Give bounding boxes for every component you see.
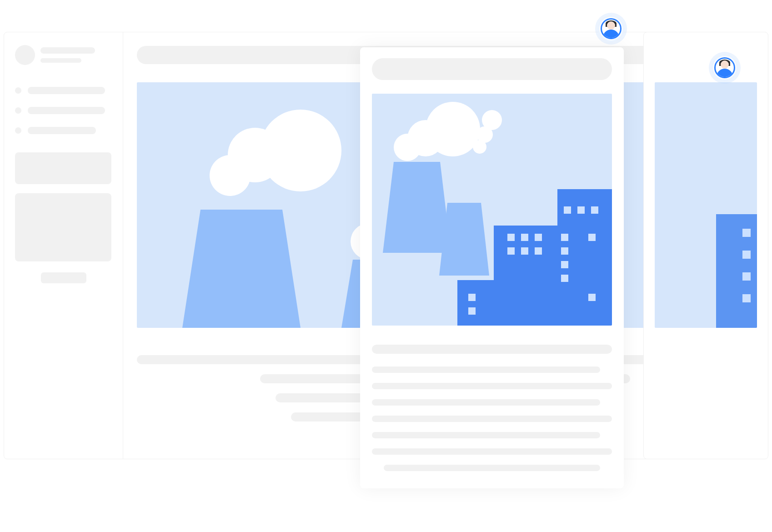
nav-item[interactable] [15,87,112,94]
sidebar-block [15,152,111,184]
collaborator-avatar[interactable] [712,55,738,81]
skeleton-line [40,58,81,63]
nav-item[interactable] [15,107,112,114]
cooling-tower-icon [182,210,301,328]
skeleton-line [372,399,600,406]
skeleton-line [372,366,600,373]
skeleton-line [372,416,612,422]
skeleton-line [372,448,612,455]
svg-marker-0 [182,210,301,328]
hero-illustration [372,94,612,326]
right-preview-panel [643,32,768,459]
skeleton-line [384,465,600,471]
sidebar-button-placeholder[interactable] [41,272,86,283]
skeleton-line [372,383,612,389]
person-icon [601,18,622,39]
text-content-placeholder [372,345,612,471]
search-bar-placeholder[interactable] [372,58,612,80]
profile-avatar-placeholder [15,45,35,65]
nav-item[interactable] [15,127,112,134]
collaborator-avatar[interactable] [598,15,624,42]
skeleton-line [28,107,105,114]
skeleton-line [372,345,612,354]
overlay-preview-card[interactable] [360,47,624,488]
skeleton-line [28,87,105,94]
person-icon [714,57,735,78]
skeleton-line [40,47,95,54]
sidebar-header [15,45,112,65]
sidebar [4,32,123,459]
factory-building-icon [457,171,612,326]
nav-icon-placeholder [15,127,21,134]
nav-icon-placeholder [15,87,21,94]
mini-hero-illustration [655,82,757,328]
sidebar-block [15,193,111,261]
skeleton-line [28,127,96,134]
nav-icon-placeholder [15,107,21,114]
skeleton-line [372,432,600,438]
building-icon [716,214,757,328]
